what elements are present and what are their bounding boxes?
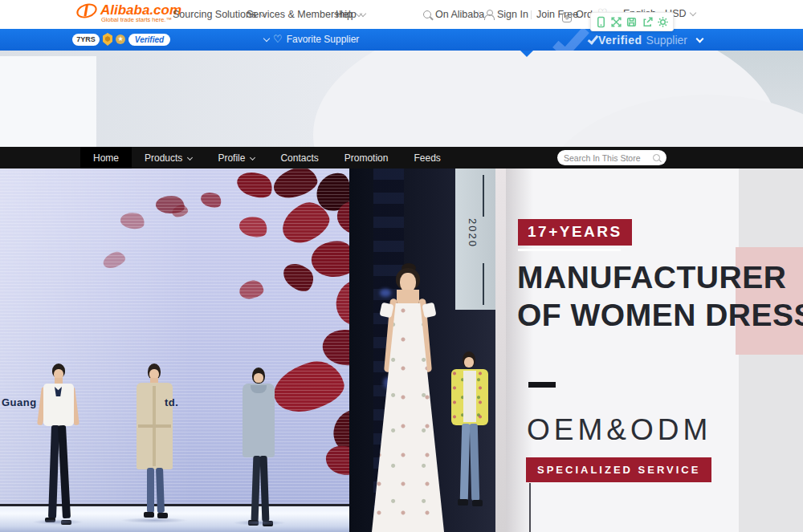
model-figure: [120, 363, 189, 529]
model-leg: [470, 424, 480, 501]
model-shoe: [144, 512, 154, 518]
model-shadow: [233, 520, 286, 526]
extension-toolbar: [590, 12, 674, 31]
petal: [321, 440, 349, 480]
chevron-down-icon: [187, 155, 193, 160]
verified-badge[interactable]: Verified: [128, 34, 170, 46]
gold-medal-icon[interactable]: [103, 33, 112, 46]
panel-edge-strip: [495, 169, 506, 532]
service-banner: SPECIALIZED SERVICE: [526, 457, 711, 482]
model-dress: [372, 303, 444, 532]
petal: [275, 196, 334, 249]
chevron-down-icon: [250, 155, 255, 160]
dropdown-notch: [520, 51, 533, 57]
heart-icon: ♡: [273, 33, 283, 45]
petal: [270, 169, 320, 202]
years-highlight-box: 17+YEARS: [518, 219, 632, 246]
divider: [479, 10, 479, 19]
tab-promotion[interactable]: Promotion: [332, 147, 402, 169]
model-leg: [58, 425, 71, 518]
petal: [199, 189, 224, 210]
petal: [234, 169, 276, 202]
order-icon: $: [562, 12, 572, 22]
fullscreen-icon[interactable]: [610, 16, 622, 28]
year-line-top: [483, 175, 484, 217]
petal: [291, 362, 336, 404]
petal: [314, 170, 349, 214]
model-leg: [260, 456, 270, 522]
petal: [101, 250, 127, 270]
model-tank-top: [463, 371, 476, 422]
verified-check-watermark-icon: [552, 29, 589, 51]
tab-home[interactable]: Home: [80, 147, 132, 169]
petal: [155, 194, 185, 214]
favorite-supplier-button[interactable]: ♡Favorite Supplier: [260, 33, 359, 45]
year-line-bottom: [483, 263, 484, 305]
model-shoe: [458, 499, 468, 506]
store-search-box: [557, 150, 666, 165]
chevron-down-icon: [696, 35, 704, 43]
model-leg: [147, 468, 154, 513]
vertical-line: [529, 483, 531, 532]
store-search-input[interactable]: [564, 153, 653, 163]
years-badge[interactable]: 7YRS: [72, 34, 100, 46]
chevron-down-icon: [689, 10, 695, 16]
model-figure: [234, 368, 283, 532]
user-icon: [484, 10, 494, 19]
gear-icon[interactable]: [657, 16, 669, 28]
hero-title-line1: MANUFACTURER: [517, 258, 803, 296]
oem-odm-title: OEM&ODM: [527, 413, 711, 447]
share-icon[interactable]: [642, 16, 654, 28]
hero-title: MANUFACTURER OF WOMEN DRESSES: [517, 258, 803, 334]
petal: [329, 275, 349, 331]
model-coat-belt: [138, 424, 171, 428]
backdrop-company-text: Guang: [2, 396, 37, 408]
petal: [331, 407, 349, 454]
model-shadow: [120, 518, 188, 523]
featured-model-figure: [352, 263, 458, 532]
model-face: [464, 357, 474, 368]
stage-wall-panel: [0, 56, 96, 147]
model-shoe: [472, 500, 483, 506]
hero-text-panel: 17+YEARS MANUFACTURER OF WOMEN DRESSES O…: [506, 169, 803, 532]
model-hoodie: [243, 384, 275, 457]
on-alibaba-search[interactable]: On Alibaba: [423, 9, 484, 20]
brand-tagline: Global trade starts here.™: [101, 16, 172, 23]
verified-supplier-dropdown[interactable]: VerifiedSupplier: [590, 34, 703, 47]
page: Alibaba.com Global trade starts here.™ S…: [0, 0, 803, 532]
gold-star-badge-icon[interactable]: ★: [116, 35, 125, 44]
stage-upper-band: [0, 51, 803, 147]
check-icon: [588, 33, 599, 44]
model-shadow: [32, 519, 84, 525]
tab-feeds[interactable]: Feeds: [401, 147, 453, 169]
tab-contacts[interactable]: Contacts: [267, 147, 331, 169]
save-icon[interactable]: [626, 16, 638, 28]
years-underline: [518, 249, 621, 251]
top-header: Alibaba.com Global trade starts here.™ S…: [0, 0, 803, 29]
chevron-down-icon: [263, 35, 270, 42]
hero-banner: Guang td.: [0, 169, 803, 532]
petal: [237, 213, 269, 240]
year-label: 2020: [467, 218, 479, 248]
mobile-icon[interactable]: [595, 16, 607, 28]
year-side-panel: 2020: [455, 169, 495, 310]
model-face: [254, 373, 263, 383]
alibaba-swoosh-icon: [75, 1, 99, 20]
petal: [279, 258, 319, 297]
petal: [119, 211, 145, 231]
tab-profile[interactable]: Profile: [205, 147, 267, 169]
petal: [310, 239, 349, 279]
sign-in-link[interactable]: Sign In: [484, 9, 528, 20]
search-icon: [423, 10, 431, 18]
nav-help[interactable]: Help: [336, 9, 365, 20]
supplier-bar: 7YRS ★ Verified ♡Favorite Supplier Verif…: [0, 29, 803, 51]
search-icon[interactable]: [653, 154, 660, 161]
divider: [531, 10, 532, 19]
hero-title-line2: OF WOMEN DRESSES: [517, 296, 803, 334]
tab-products[interactable]: Products: [132, 147, 205, 169]
petal: [171, 204, 190, 219]
runway-scene: Guang td.: [0, 169, 349, 532]
petal: [319, 324, 349, 371]
petal: [332, 193, 349, 242]
dash-accent: [528, 382, 556, 388]
